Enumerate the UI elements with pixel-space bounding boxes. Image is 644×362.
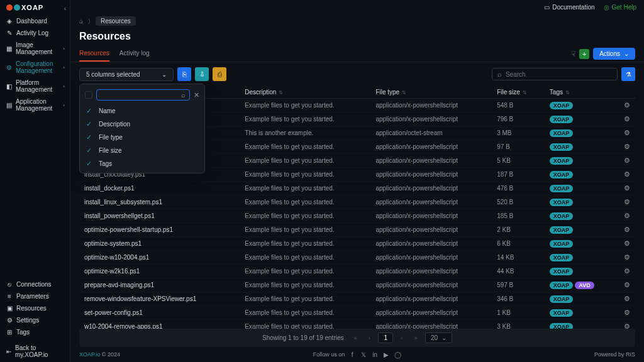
cell-name: optimize-w2k16.ps1 <box>79 265 240 278</box>
check-icon: ✓ <box>86 107 94 115</box>
table-row[interactable]: optimize-w10-2004.ps1 Example files to g… <box>79 251 635 265</box>
actions-dropdown[interactable]: Actions ⌄ <box>593 48 635 60</box>
row-settings-icon[interactable]: ⚙ <box>619 306 635 320</box>
last-page-button[interactable]: » <box>410 333 421 343</box>
column-option-file-type[interactable]: ✓File type <box>80 131 204 144</box>
twitter-icon[interactable]: 𝕏 <box>360 351 367 358</box>
cell-filesize: 14 KB <box>492 251 545 265</box>
sidebar: XOAP ‹ ◈Dashboard✎Activity Log▦Image Man… <box>0 0 70 362</box>
table-row[interactable]: optimize-w2k16.ps1 Example files to get … <box>79 265 635 278</box>
col-header-tags[interactable]: Tags⇅ <box>545 86 619 99</box>
cell-description: Example files to get you started. <box>240 278 370 292</box>
cell-tags: XOAP <box>545 265 619 278</box>
columns-filter-input[interactable] <box>101 92 181 99</box>
close-icon[interactable]: ✕ <box>194 91 199 99</box>
linkedin-icon[interactable]: in <box>371 351 379 358</box>
row-settings-icon[interactable]: ⚙ <box>619 154 635 168</box>
table-row[interactable]: optimize-powershell-startup.ps1 Example … <box>79 223 635 237</box>
cell-filetype: application/x-powershellscript <box>370 168 492 182</box>
sidebar-item-connections[interactable]: ⎋Connections <box>0 278 70 290</box>
sidebar-item-activity-log[interactable]: ✎Activity Log <box>0 27 70 39</box>
sidebar-item-configuration-management[interactable]: ⚙Configuration Management› <box>0 58 70 77</box>
cell-filetype: application/x-powershellscript <box>370 209 492 223</box>
select-all-checkbox[interactable] <box>85 91 92 99</box>
footer-brand-link[interactable]: XOAP.io <box>79 351 100 358</box>
tab-resources[interactable]: Resources <box>79 46 109 62</box>
columns-selector[interactable]: 5 columns selected ⌄ <box>79 68 174 81</box>
row-settings-icon[interactable]: ⚙ <box>619 209 635 223</box>
row-settings-icon[interactable]: ⚙ <box>619 251 635 265</box>
filter-button[interactable]: ⚗ <box>621 67 635 81</box>
nav-icon: ⚙ <box>6 64 12 71</box>
home-icon[interactable]: ⌂ <box>79 18 83 25</box>
row-settings-icon[interactable]: ⚙ <box>619 237 635 251</box>
column-option-description[interactable]: ✓Description <box>80 118 204 131</box>
chevron-right-icon: › <box>63 84 65 89</box>
get-help-link[interactable]: ◎ Get Help <box>604 4 636 11</box>
row-settings-icon[interactable]: ⚙ <box>619 126 635 140</box>
tag-badge: XOAP <box>550 143 574 151</box>
row-settings-icon[interactable]: ⚙ <box>619 168 635 182</box>
print-button[interactable]: ⎙ <box>213 67 226 81</box>
back-label: Back to my.XOAP.io <box>15 344 64 358</box>
github-icon[interactable]: ◯ <box>394 351 401 358</box>
table-row[interactable]: install_docker.ps1 Example files to get … <box>79 182 635 195</box>
table-row[interactable]: prepare-avd-imaging.ps1 Example files to… <box>79 278 635 292</box>
sidebar-item-tags[interactable]: ⊞Tags <box>0 326 70 338</box>
sidebar-collapse-icon[interactable]: ‹ <box>64 5 66 12</box>
table-row[interactable]: install_linux_subsystem.ps1 Example file… <box>79 195 635 209</box>
chevron-right-icon: › <box>63 102 65 108</box>
back-link[interactable]: ⇤ Back to my.XOAP.io <box>0 341 70 362</box>
sidebar-item-application-management[interactable]: ▤Application Management› <box>0 96 70 114</box>
sidebar-item-resources[interactable]: ▣Resources <box>0 302 70 314</box>
youtube-icon[interactable]: ▶ <box>382 351 390 358</box>
row-settings-icon[interactable]: ⚙ <box>619 112 635 126</box>
search-input[interactable] <box>506 71 612 78</box>
sidebar-item-settings[interactable]: ⚙Settings <box>0 314 70 326</box>
first-page-button[interactable]: « <box>350 333 362 343</box>
next-page-button[interactable]: › <box>397 333 406 343</box>
sidebar-item-image-management[interactable]: ▦Image Management› <box>0 39 70 58</box>
sidebar-item-dashboard[interactable]: ◈Dashboard <box>0 15 70 27</box>
nav-icon: ◧ <box>6 83 12 90</box>
column-option-tags[interactable]: ✓Tags <box>80 157 204 170</box>
row-settings-icon[interactable]: ⚙ <box>619 278 635 292</box>
table-row[interactable]: w10-2004-remove-apps.ps1 Example files t… <box>79 320 635 329</box>
cell-tags: XOAP <box>545 209 619 223</box>
row-settings-icon[interactable]: ⚙ <box>619 320 635 329</box>
search-box[interactable]: ⌕ <box>492 68 618 80</box>
row-settings-icon[interactable]: ⚙ <box>619 195 635 209</box>
row-settings-icon[interactable]: ⚙ <box>619 265 635 278</box>
prev-page-button[interactable]: ‹ <box>365 333 374 343</box>
col-header-file-type[interactable]: File type⇅ <box>370 86 492 99</box>
cell-name: optimize-system.ps1 <box>79 237 240 251</box>
row-settings-icon[interactable]: ⚙ <box>619 223 635 237</box>
col-header-file-size[interactable]: File size⇅ <box>492 86 545 99</box>
tag-badge: XOAP <box>550 129 574 137</box>
column-option-name[interactable]: ✓Name <box>80 104 204 118</box>
documentation-link[interactable]: ▭ Documentation <box>544 4 594 11</box>
sidebar-item-parameters[interactable]: ≡Parameters <box>0 290 70 302</box>
row-settings-icon[interactable]: ⚙ <box>619 182 635 195</box>
sidebar-item-platform-management[interactable]: ◧Platform Management› <box>0 77 70 96</box>
copy-button[interactable]: ⎘ <box>177 67 191 81</box>
col-header-description[interactable]: Description⇅ <box>240 86 370 99</box>
cell-filesize: 597 B <box>492 278 545 292</box>
column-option-file-size[interactable]: ✓File size <box>80 144 204 157</box>
tab-activity-log[interactable]: Activity log <box>119 46 150 62</box>
export-button[interactable]: ⇩ <box>195 67 209 81</box>
cell-filesize: 2 KB <box>492 223 545 237</box>
table-row[interactable]: optimize-system.ps1 Example files to get… <box>79 237 635 251</box>
table-row[interactable]: install_powershellget.ps1 Example files … <box>79 209 635 223</box>
row-settings-icon[interactable]: ⚙ <box>619 292 635 306</box>
cell-description: Example files to get you started. <box>240 182 370 195</box>
page-size-selector[interactable]: 20 ⌄ <box>425 332 452 343</box>
row-settings-icon[interactable]: ⚙ <box>619 140 635 154</box>
add-button[interactable]: + <box>579 49 589 59</box>
cell-filetype: application/x-powershellscript <box>370 99 492 112</box>
facebook-icon[interactable]: f <box>348 351 356 358</box>
table-row[interactable]: remove-windowsfeature-XPSViewer.ps1 Exam… <box>79 292 635 306</box>
table-row[interactable]: set-power-config.ps1 Example files to ge… <box>79 306 635 320</box>
row-settings-icon[interactable]: ⚙ <box>619 99 635 112</box>
cell-description: Example files to get you started. <box>240 168 370 182</box>
